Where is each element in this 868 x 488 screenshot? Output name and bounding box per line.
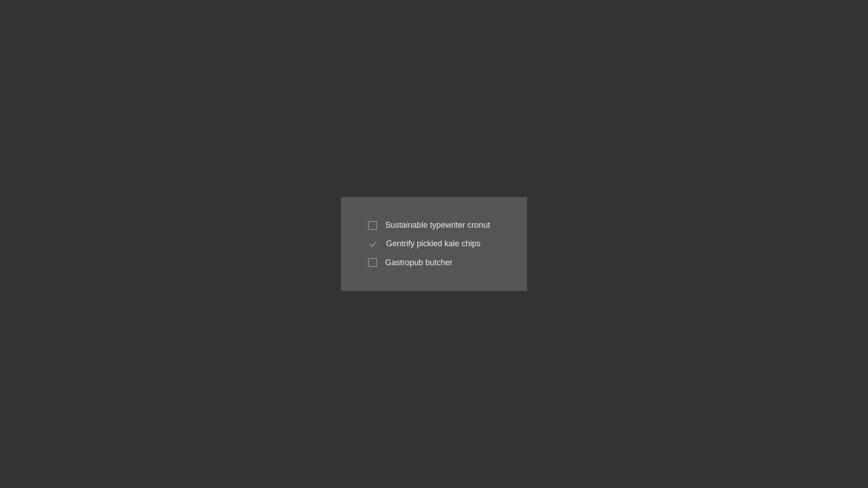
checkbox-label: Gastropub butcher xyxy=(385,257,453,268)
checkbox-label: Gentrify pickled kale chips xyxy=(386,238,481,249)
checkbox-row-2[interactable]: Gastropub butcher xyxy=(368,257,500,268)
checkbox-unchecked-icon xyxy=(368,258,377,267)
checkbox-row-1[interactable]: Gentrify pickled kale chips xyxy=(368,238,500,249)
checkbox-label: Sustainable typewriter cronut xyxy=(385,220,490,231)
checkbox-row-0[interactable]: Sustainable typewriter cronut xyxy=(368,220,500,231)
checkbox-unchecked-icon xyxy=(368,221,377,230)
checkbox-panel: Sustainable typewriter cronut Gentrify p… xyxy=(341,197,527,291)
checkbox-checked-icon xyxy=(368,239,378,249)
